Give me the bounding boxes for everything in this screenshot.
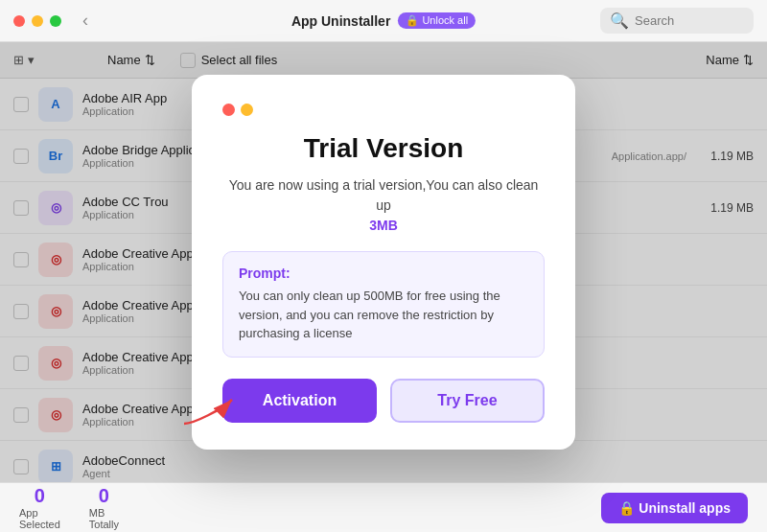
titlebar-center: App Uninstaller 🔒 Unlock all xyxy=(291,12,476,29)
modal-title: Trial Version xyxy=(222,133,545,164)
mb-totally-count: 0 xyxy=(99,485,109,507)
modal-min-dot[interactable] xyxy=(241,104,253,116)
app-selected-label: AppSelected xyxy=(19,507,60,530)
arrow-annotation xyxy=(174,390,242,432)
prompt-label: Prompt: xyxy=(239,266,528,281)
trial-modal: Trial Version You are now using a trial … xyxy=(192,75,575,450)
bottom-bar: 0 AppSelected 0 MBTotally 🔒 Uninstall ap… xyxy=(0,482,767,532)
try-free-button[interactable]: Try Free xyxy=(390,379,545,423)
minimize-button[interactable] xyxy=(32,15,43,27)
maximize-button[interactable] xyxy=(50,15,61,27)
window-controls xyxy=(13,15,61,27)
back-button[interactable]: ‹ xyxy=(79,11,92,31)
arrow-icon xyxy=(174,390,242,428)
app-title: App Uninstaller xyxy=(291,13,390,29)
unlock-label: 🔒 Unlock all xyxy=(406,14,468,27)
modal-highlight-size: 3MB xyxy=(369,218,398,233)
modal-overlay: Trial Version You are now using a trial … xyxy=(0,42,767,482)
titlebar-left: ‹ xyxy=(13,11,92,31)
search-icon: 🔍 xyxy=(610,12,629,30)
modal-buttons: Activation Try Free xyxy=(222,379,545,423)
prompt-box: Prompt: You can only clean up 500MB for … xyxy=(222,251,545,358)
activation-button[interactable]: Activation xyxy=(222,379,377,423)
mb-totally-stat: 0 MBTotally xyxy=(89,485,119,530)
uninstall-button[interactable]: 🔒 Uninstall apps xyxy=(601,493,748,523)
titlebar-right: 🔍 xyxy=(600,8,754,34)
unlock-badge[interactable]: 🔒 Unlock all xyxy=(398,12,476,29)
modal-desc-text: You are now using a trial version,You ca… xyxy=(229,177,539,213)
mb-totally-label: MBTotally xyxy=(89,507,119,530)
search-box[interactable]: 🔍 xyxy=(600,8,754,34)
titlebar: ‹ App Uninstaller 🔒 Unlock all 🔍 xyxy=(0,0,767,42)
close-button[interactable] xyxy=(13,15,25,27)
modal-traffic-lights xyxy=(222,104,545,116)
app-selected-stat: 0 AppSelected xyxy=(19,485,60,530)
app-selected-count: 0 xyxy=(35,485,45,507)
search-input[interactable] xyxy=(635,13,744,28)
modal-close-dot[interactable] xyxy=(222,104,235,116)
prompt-text: You can only clean up 500MB for free usi… xyxy=(239,287,528,343)
modal-desc: You are now using a trial version,You ca… xyxy=(222,175,545,236)
